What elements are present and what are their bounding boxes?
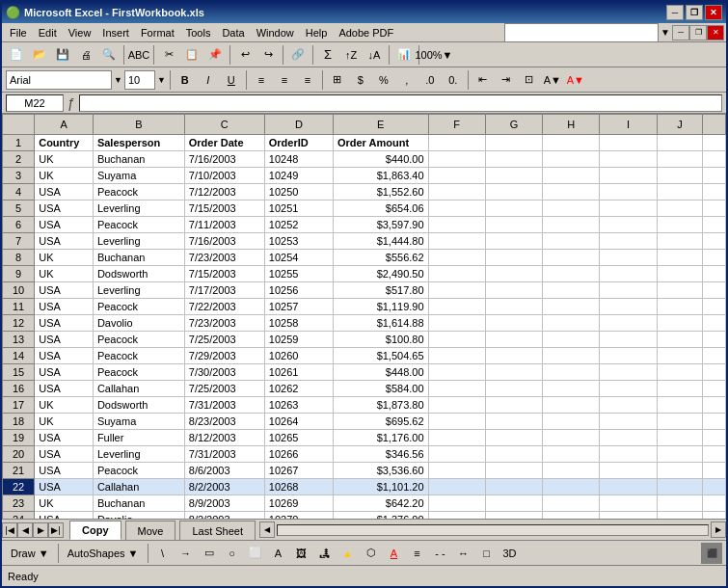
hyperlink-button[interactable]: 🔗 bbox=[287, 44, 309, 66]
cell-r15-c5[interactable] bbox=[428, 364, 485, 381]
cell-r22-c4[interactable]: $1,101.20 bbox=[333, 479, 428, 495]
underline-button[interactable]: U bbox=[221, 69, 242, 91]
cell-r15-c8[interactable] bbox=[600, 364, 657, 381]
header-cell-2[interactable]: Order Date bbox=[184, 135, 264, 151]
cell-r14-c8[interactable] bbox=[600, 348, 657, 364]
cell-r6-c1[interactable]: Peacock bbox=[93, 217, 184, 233]
col-header-g[interactable]: G bbox=[485, 115, 542, 135]
cell-r9-c6[interactable] bbox=[485, 266, 542, 282]
cell-r15-c9[interactable] bbox=[657, 364, 702, 381]
cell-r13-c2[interactable]: 7/25/2003 bbox=[184, 332, 264, 348]
cell-r13-c4[interactable]: $100.80 bbox=[333, 332, 428, 348]
bold-button[interactable]: B bbox=[175, 69, 196, 91]
cell-r16-c2[interactable]: 7/25/2003 bbox=[184, 381, 264, 397]
cell-r2-c2[interactable]: 7/16/2003 bbox=[184, 151, 264, 168]
cell-r24-c9[interactable] bbox=[657, 512, 702, 520]
cell-r5-c6[interactable] bbox=[485, 200, 542, 217]
cell-r6-c5[interactable] bbox=[428, 217, 485, 233]
row-number-15[interactable]: 15 bbox=[3, 364, 35, 381]
restore-button[interactable]: ❐ bbox=[686, 5, 703, 20]
redo-button[interactable]: ↪ bbox=[257, 44, 279, 66]
cell-r10-c3[interactable]: 10256 bbox=[264, 282, 333, 299]
sum-button[interactable]: Σ bbox=[317, 44, 338, 66]
row-number-23[interactable]: 23 bbox=[3, 495, 35, 512]
cell-r11-c5[interactable] bbox=[428, 299, 485, 315]
save-button[interactable]: 💾 bbox=[52, 44, 73, 66]
cell-r19-c0[interactable]: USA bbox=[35, 430, 94, 446]
font-dropdown-icon[interactable]: ▼ bbox=[114, 75, 122, 85]
cell-r22-c10[interactable] bbox=[703, 479, 726, 495]
cell-r8-c9[interactable] bbox=[657, 250, 702, 266]
cell-r16-c8[interactable] bbox=[600, 381, 657, 397]
col-header-c[interactable]: C bbox=[184, 115, 264, 135]
cell-r12-c7[interactable] bbox=[543, 315, 600, 332]
cell-r23-c0[interactable]: UK bbox=[35, 495, 94, 512]
cell-r13-c10[interactable] bbox=[703, 332, 726, 348]
close-button[interactable]: ✕ bbox=[705, 5, 722, 20]
col-header-j[interactable]: J bbox=[657, 115, 702, 135]
cell-r24-c6[interactable] bbox=[485, 512, 542, 520]
3d-button[interactable]: 3D bbox=[499, 543, 521, 564]
tab-last-button[interactable]: ▶| bbox=[48, 522, 64, 538]
cell-r6-c6[interactable] bbox=[485, 217, 542, 233]
tab-move[interactable]: Move bbox=[125, 521, 176, 540]
menu-window[interactable]: Window bbox=[251, 23, 300, 41]
menu-data[interactable]: Data bbox=[216, 23, 250, 41]
cell-r7-c3[interactable]: 10253 bbox=[264, 233, 333, 250]
tab-copy[interactable]: Copy bbox=[69, 521, 121, 540]
header-cell-6[interactable] bbox=[485, 135, 542, 151]
col-header-i[interactable]: I bbox=[600, 115, 657, 135]
scroll-left-button[interactable]: ◀ bbox=[259, 521, 275, 538]
cell-r20-c7[interactable] bbox=[543, 446, 600, 463]
sort-asc-button[interactable]: ↑Z bbox=[340, 44, 362, 66]
cell-r19-c7[interactable] bbox=[543, 430, 600, 446]
cell-r20-c2[interactable]: 7/31/2003 bbox=[184, 446, 264, 463]
cell-r14-c2[interactable]: 7/29/2003 bbox=[184, 348, 264, 364]
cell-r4-c1[interactable]: Peacock bbox=[93, 184, 184, 200]
row-number-11[interactable]: 11 bbox=[3, 299, 35, 315]
align-right-button[interactable]: ≡ bbox=[297, 69, 318, 91]
cell-r11-c4[interactable]: $1,119.90 bbox=[333, 299, 428, 315]
arrow-style-button[interactable]: ↔ bbox=[453, 543, 474, 564]
undo-button[interactable]: ↩ bbox=[234, 44, 256, 66]
cell-r20-c4[interactable]: $346.56 bbox=[333, 446, 428, 463]
font-color-button[interactable]: A▼ bbox=[565, 69, 586, 91]
cell-r18-c3[interactable]: 10264 bbox=[264, 414, 333, 430]
cell-r4-c4[interactable]: $1,552.60 bbox=[333, 184, 428, 200]
cell-r11-c3[interactable]: 10257 bbox=[264, 299, 333, 315]
menu-help[interactable]: Help bbox=[300, 23, 334, 41]
cell-r3-c4[interactable]: $1,863.40 bbox=[333, 168, 428, 184]
cell-r22-c9[interactable] bbox=[657, 479, 702, 495]
cell-r14-c1[interactable]: Peacock bbox=[93, 348, 184, 364]
cell-r4-c10[interactable] bbox=[703, 184, 726, 200]
cell-r23-c5[interactable] bbox=[428, 495, 485, 512]
col-header-d[interactable]: D bbox=[264, 115, 333, 135]
cell-r13-c9[interactable] bbox=[657, 332, 702, 348]
cell-r11-c9[interactable] bbox=[657, 299, 702, 315]
cell-r24-c3[interactable]: 10270 bbox=[264, 512, 333, 520]
cell-r11-c6[interactable] bbox=[485, 299, 542, 315]
cell-r17-c10[interactable] bbox=[703, 397, 726, 414]
cell-r24-c1[interactable]: Davolio bbox=[93, 512, 184, 520]
cell-r11-c10[interactable] bbox=[703, 299, 726, 315]
col-header-b[interactable]: B bbox=[93, 115, 184, 135]
cell-r19-c4[interactable]: $1,176.00 bbox=[333, 430, 428, 446]
cell-r6-c9[interactable] bbox=[657, 217, 702, 233]
cell-r14-c9[interactable] bbox=[657, 348, 702, 364]
cell-r16-c5[interactable] bbox=[428, 381, 485, 397]
cell-r12-c6[interactable] bbox=[485, 315, 542, 332]
col-header-f[interactable]: F bbox=[428, 115, 485, 135]
cell-r6-c3[interactable]: 10252 bbox=[264, 217, 333, 233]
cell-r10-c5[interactable] bbox=[428, 282, 485, 299]
align-center-button[interactable]: ≡ bbox=[274, 69, 295, 91]
cell-r2-c8[interactable] bbox=[600, 151, 657, 168]
cell-r5-c2[interactable]: 7/15/2003 bbox=[184, 200, 264, 217]
cell-r17-c1[interactable]: Dodsworth bbox=[93, 397, 184, 414]
tab-last-sheet[interactable]: Last Sheet bbox=[179, 521, 256, 540]
row-number-17[interactable]: 17 bbox=[3, 397, 35, 414]
cell-r23-c3[interactable]: 10269 bbox=[264, 495, 333, 512]
scroll-right-button[interactable]: ▶ bbox=[711, 521, 726, 538]
preview-button[interactable]: 🔍 bbox=[98, 44, 120, 66]
clipart-button[interactable]: 🖼 bbox=[291, 543, 312, 564]
extra-icon-1[interactable]: ⬛ bbox=[701, 543, 722, 564]
